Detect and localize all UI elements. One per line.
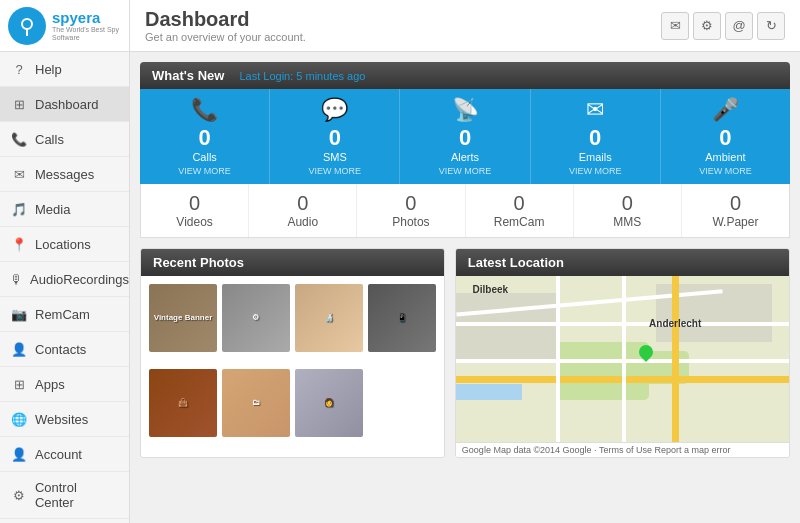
- sidebar-icon-5: 📍: [10, 235, 28, 253]
- photo-thumb-6[interactable]: 👩: [295, 369, 363, 437]
- stat-viewmore-2[interactable]: VIEW MORE: [439, 166, 492, 176]
- recent-photos-panel: Recent Photos Vintage Banner⚙🍶📱👜🗂👩: [140, 248, 445, 458]
- map-copyright: Map data ©2014 Google · Terms of Use Rep…: [493, 445, 730, 455]
- sidebar-item-apps[interactable]: ⊞Apps: [0, 367, 129, 402]
- sec-stat-count-0: 0: [189, 192, 200, 215]
- map-google-label: Google: [462, 445, 491, 455]
- sidebar-icon-12: ⚙: [10, 486, 28, 504]
- sec-stat-label-4: MMS: [613, 215, 641, 229]
- sec-stat-count-5: 0: [730, 192, 741, 215]
- sec-stat-label-0: Videos: [176, 215, 212, 229]
- settings-icon-button[interactable]: ⚙: [693, 12, 721, 40]
- sidebar-nav: ?Help⊞Dashboard📞Calls✉Messages🎵Media📍Loc…: [0, 52, 129, 523]
- map-water: [456, 384, 523, 401]
- sec-stat-label-1: Audio: [287, 215, 318, 229]
- sidebar-label-11: Account: [35, 447, 82, 462]
- stat-icon-2: 📡: [452, 97, 479, 123]
- at-icon-button[interactable]: @: [725, 12, 753, 40]
- sec-stat-photos: 0 Photos: [357, 184, 465, 237]
- stat-label-3: Emails: [579, 151, 612, 163]
- page-title: Dashboard: [145, 8, 306, 31]
- stat-item-ambient: 🎤 0 Ambient VIEW MORE: [661, 89, 790, 184]
- sidebar-item-locations[interactable]: 📍Locations: [0, 227, 129, 262]
- sidebar-icon-8: 👤: [10, 340, 28, 358]
- stat-item-emails: ✉ 0 Emails VIEW MORE: [531, 89, 661, 184]
- sec-stat-label-2: Photos: [392, 215, 429, 229]
- sidebar-icon-2: 📞: [10, 130, 28, 148]
- photo-thumb-3[interactable]: 📱: [368, 284, 436, 352]
- map-road-major-v: [672, 276, 679, 442]
- map-container[interactable]: Dilbeek Anderlecht: [456, 276, 789, 442]
- photo-thumb-5[interactable]: 🗂: [222, 369, 290, 437]
- sec-stat-mms: 0 MMS: [574, 184, 682, 237]
- sidebar-item-alerts[interactable]: 🔔Alerts: [0, 519, 129, 523]
- sidebar-label-8: Contacts: [35, 342, 86, 357]
- svg-point-0: [22, 19, 32, 29]
- stat-item-calls: 📞 0 Calls VIEW MORE: [140, 89, 270, 184]
- header-actions: ✉ ⚙ @ ↻: [661, 12, 785, 40]
- page-header: Dashboard Get an overview of your accoun…: [130, 0, 800, 52]
- stat-viewmore-4[interactable]: VIEW MORE: [699, 166, 752, 176]
- sidebar-item-remcam[interactable]: 📷RemCam: [0, 297, 129, 332]
- photo-label-4: 👜: [178, 398, 188, 407]
- sidebar-label-9: Apps: [35, 377, 65, 392]
- map-road-v2: [556, 276, 560, 442]
- photos-grid: Vintage Banner⚙🍶📱👜🗂👩: [141, 276, 444, 457]
- photo-thumb-0[interactable]: Vintage Banner: [149, 284, 217, 352]
- sec-stat-remcam: 0 RemCam: [466, 184, 574, 237]
- stat-count-1: 0: [329, 125, 341, 151]
- sidebar-label-7: RemCam: [35, 307, 90, 322]
- sidebar-item-media[interactable]: 🎵Media: [0, 192, 129, 227]
- photo-label-6: 👩: [324, 398, 334, 407]
- stat-label-0: Calls: [192, 151, 216, 163]
- sidebar-item-dashboard[interactable]: ⊞Dashboard: [0, 87, 129, 122]
- stat-viewmore-3[interactable]: VIEW MORE: [569, 166, 622, 176]
- map-city-label: Dilbeek: [473, 284, 509, 295]
- map-park-1: [556, 342, 649, 400]
- sidebar-item-audiorecordings[interactable]: 🎙AudioRecordings: [0, 262, 129, 297]
- email-icon-button[interactable]: ✉: [661, 12, 689, 40]
- sidebar-icon-1: ⊞: [10, 95, 28, 113]
- whats-new-bar: What's New Last Login: 5 minutes ago: [140, 62, 790, 89]
- sidebar-item-websites[interactable]: 🌐Websites: [0, 402, 129, 437]
- sidebar-label-5: Locations: [35, 237, 91, 252]
- refresh-icon-button[interactable]: ↻: [757, 12, 785, 40]
- stat-count-3: 0: [589, 125, 601, 151]
- stat-viewmore-0[interactable]: VIEW MORE: [178, 166, 231, 176]
- sidebar-item-control-center[interactable]: ⚙Control Center: [0, 472, 129, 519]
- sidebar-item-contacts[interactable]: 👤Contacts: [0, 332, 129, 367]
- sidebar-item-help[interactable]: ?Help: [0, 52, 129, 87]
- sec-stat-count-2: 0: [405, 192, 416, 215]
- stat-icon-0: 📞: [191, 97, 218, 123]
- photo-thumb-4[interactable]: 👜: [149, 369, 217, 437]
- sidebar-icon-11: 👤: [10, 445, 28, 463]
- sidebar-label-0: Help: [35, 62, 62, 77]
- photo-label-1: ⚙: [252, 313, 259, 322]
- bottom-panels: Recent Photos Vintage Banner⚙🍶📱👜🗂👩 Lates…: [140, 248, 790, 458]
- sec-stat-audio: 0 Audio: [249, 184, 357, 237]
- sidebar-icon-0: ?: [10, 60, 28, 78]
- stat-label-1: SMS: [323, 151, 347, 163]
- sec-stat-videos: 0 Videos: [141, 184, 249, 237]
- sidebar-item-calls[interactable]: 📞Calls: [0, 122, 129, 157]
- sidebar-icon-4: 🎵: [10, 200, 28, 218]
- photo-thumb-2[interactable]: 🍶: [295, 284, 363, 352]
- sec-stat-count-4: 0: [622, 192, 633, 215]
- sidebar-label-1: Dashboard: [35, 97, 99, 112]
- whats-new-title: What's New: [152, 68, 224, 83]
- sidebar-label-4: Media: [35, 202, 70, 217]
- sidebar-item-account[interactable]: 👤Account: [0, 437, 129, 472]
- content-area: What's New Last Login: 5 minutes ago 📞 0…: [130, 52, 800, 523]
- sidebar-item-messages[interactable]: ✉Messages: [0, 157, 129, 192]
- main-content: Dashboard Get an overview of your accoun…: [130, 0, 800, 523]
- stat-item-sms: 💬 0 SMS VIEW MORE: [270, 89, 400, 184]
- page-subtitle: Get an overview of your account.: [145, 31, 306, 43]
- stat-viewmore-1[interactable]: VIEW MORE: [309, 166, 362, 176]
- sidebar-label-2: Calls: [35, 132, 64, 147]
- map-footer: Google Map data ©2014 Google · Terms of …: [456, 442, 789, 457]
- photo-thumb-1[interactable]: ⚙: [222, 284, 290, 352]
- stat-icon-4: 🎤: [712, 97, 739, 123]
- sidebar-label-10: Websites: [35, 412, 88, 427]
- recent-photos-header: Recent Photos: [141, 249, 444, 276]
- last-login-time: Last Login: 5 minutes ago: [239, 70, 365, 82]
